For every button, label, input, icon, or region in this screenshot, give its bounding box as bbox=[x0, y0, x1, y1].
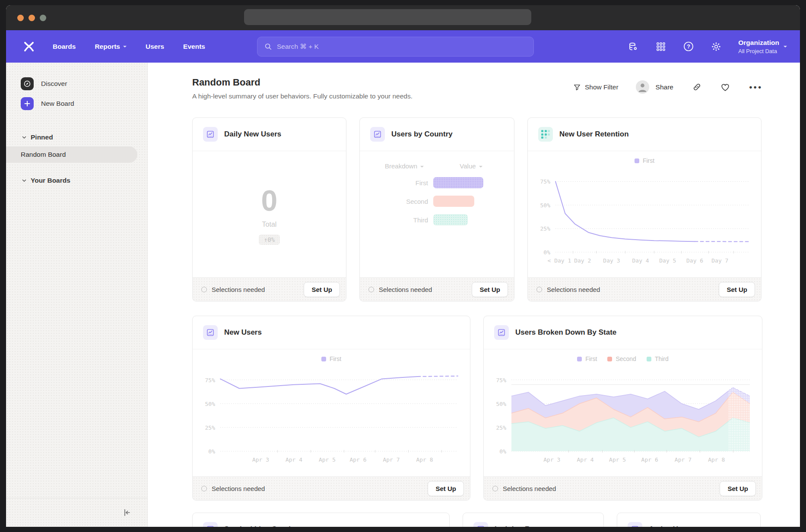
org-name: Organization bbox=[738, 39, 779, 47]
card-title: Insights Report bbox=[495, 525, 549, 527]
card-title: Daily New Users bbox=[224, 130, 281, 139]
filter-funnel-icon bbox=[573, 83, 581, 91]
card-daily-new-users: Daily New Users 0 Total ↑0% Selections n… bbox=[192, 117, 346, 301]
window-minimize-button[interactable] bbox=[29, 15, 35, 21]
svg-text:?: ? bbox=[687, 44, 690, 50]
window-titlebar bbox=[6, 5, 800, 30]
card-active-users: Active Users bbox=[617, 513, 761, 527]
set-up-button[interactable]: Set Up bbox=[720, 481, 756, 496]
country-breakdown-body: Breakdown Value First Second bbox=[360, 151, 514, 277]
page-subtitle: A high-level summary of user behaviors. … bbox=[192, 92, 413, 100]
retention-chart: First 75%50%25%0%< Day 1Day 2Day 3Day 4D… bbox=[528, 151, 761, 277]
nav-item-boards[interactable]: Boards bbox=[53, 43, 76, 51]
sidebar-new-board-button[interactable]: New Board bbox=[6, 94, 147, 114]
sidebar-footer bbox=[6, 498, 147, 527]
card-insights-report: Insights Report bbox=[463, 513, 604, 527]
nav-item-reports[interactable]: Reports bbox=[95, 43, 127, 51]
search-input[interactable]: Search ⌘ + K bbox=[257, 37, 534, 57]
set-up-button[interactable]: Set Up bbox=[472, 282, 508, 297]
chevron-down-icon bbox=[22, 178, 27, 183]
card-title: New Users bbox=[224, 328, 262, 337]
card-title: Users by Country bbox=[391, 130, 453, 139]
insights-chart-icon bbox=[203, 522, 218, 527]
sidebar-item-discover[interactable]: Discover bbox=[6, 74, 147, 94]
share-button[interactable]: Share bbox=[656, 83, 673, 91]
card-new-user-retention: New User Retention First 75%50%25%0%< Da… bbox=[527, 117, 762, 301]
search-icon bbox=[264, 43, 272, 51]
browser-window: Boards Reports Users Events Search ⌘ + K bbox=[6, 5, 800, 527]
avatar[interactable] bbox=[636, 80, 649, 94]
chevron-down-icon bbox=[22, 135, 27, 140]
card-users-by-state: Users Broken Down By State FirstSecondTh… bbox=[483, 316, 762, 500]
insights-chart-icon bbox=[203, 127, 218, 142]
new-users-chart: First 75%50%25%0%Apr 3Apr 4Apr 5Apr 6Apr… bbox=[193, 349, 470, 476]
collapse-sidebar-button[interactable] bbox=[122, 508, 132, 517]
insights-chart-icon bbox=[473, 522, 488, 527]
data-management-icon[interactable] bbox=[628, 41, 639, 52]
country-row: Third bbox=[360, 214, 514, 225]
set-up-button[interactable]: Set Up bbox=[304, 282, 340, 297]
board-main: Random Board A high-level summary of use… bbox=[148, 63, 800, 527]
metric-body: 0 Total ↑0% bbox=[193, 151, 346, 277]
value-dropdown[interactable]: Value bbox=[438, 162, 504, 170]
window-zoom-button[interactable] bbox=[40, 15, 46, 21]
chart-legend: FirstSecondThird bbox=[484, 355, 762, 362]
selections-needed-status: Selections needed bbox=[368, 286, 432, 293]
chevron-down-icon bbox=[420, 166, 424, 169]
more-options-button[interactable]: ●●● bbox=[749, 84, 762, 90]
sidebar-section-pinned[interactable]: Pinned bbox=[6, 131, 147, 144]
bar-third bbox=[433, 214, 468, 225]
nav-items: Boards Reports Users Events bbox=[53, 43, 205, 51]
mixpanel-logo-icon[interactable] bbox=[22, 39, 36, 54]
favorite-heart-icon[interactable] bbox=[720, 82, 730, 92]
show-filter-button[interactable]: Show Filter bbox=[573, 83, 619, 91]
discover-compass-icon bbox=[21, 77, 34, 90]
insights-chart-icon bbox=[370, 127, 385, 142]
navbar-right: ? Organization All Project Data bbox=[628, 39, 787, 54]
chevron-down-icon bbox=[479, 166, 482, 169]
browser-url-bar[interactable] bbox=[244, 9, 531, 25]
radio-circle-icon bbox=[201, 486, 207, 491]
breakdown-dropdown[interactable]: Breakdown bbox=[370, 162, 438, 170]
top-navbar: Boards Reports Users Events Search ⌘ + K bbox=[6, 30, 800, 63]
chart-legend: First bbox=[193, 355, 470, 362]
chevron-down-icon bbox=[784, 46, 787, 49]
insights-chart-icon bbox=[494, 325, 509, 340]
insights-chart-icon bbox=[203, 325, 218, 340]
metric-label: Total bbox=[262, 221, 277, 228]
search-placeholder: Search ⌘ + K bbox=[277, 43, 319, 51]
chart-legend: First bbox=[528, 157, 761, 164]
sidebar-section-your-boards[interactable]: Your Boards bbox=[6, 174, 147, 187]
app-grid-icon[interactable] bbox=[655, 41, 666, 52]
traffic-lights bbox=[17, 15, 46, 21]
metric-delta-badge: ↑0% bbox=[259, 234, 280, 245]
card-title: Active Users bbox=[649, 525, 693, 527]
set-up-button[interactable]: Set Up bbox=[719, 282, 755, 297]
card-title: Stacked Line Graph bbox=[224, 525, 293, 527]
retention-line-chart: 75%50%25%0%< Day 1Day 2Day 3Day 4Day 5Da… bbox=[555, 169, 749, 252]
help-icon[interactable]: ? bbox=[683, 41, 694, 52]
metric-value: 0 bbox=[261, 184, 278, 217]
nav-item-events[interactable]: Events bbox=[183, 43, 205, 51]
org-switcher[interactable]: Organization All Project Data bbox=[738, 39, 787, 54]
card-new-users: New Users First 75%50%25%0%Apr 3Apr 4Apr… bbox=[192, 316, 470, 500]
plus-icon bbox=[21, 97, 34, 110]
window-close-button[interactable] bbox=[17, 15, 24, 21]
selections-needed-status: Selections needed bbox=[201, 286, 265, 293]
org-project: All Project Data bbox=[738, 48, 779, 54]
bar-first bbox=[433, 177, 483, 188]
card-title: New User Retention bbox=[559, 130, 629, 139]
radio-circle-icon bbox=[536, 287, 542, 292]
sidebar-item-random-board[interactable]: Random Board bbox=[6, 146, 137, 163]
set-up-button[interactable]: Set Up bbox=[428, 481, 464, 496]
country-row: Second bbox=[360, 196, 514, 207]
card-stacked-line-graph: Stacked Line Graph bbox=[192, 513, 450, 527]
settings-gear-icon[interactable] bbox=[711, 41, 722, 52]
chevron-down-icon bbox=[123, 46, 127, 49]
copy-link-icon[interactable] bbox=[692, 82, 701, 92]
selections-needed-status: Selections needed bbox=[536, 286, 600, 293]
nav-item-users[interactable]: Users bbox=[146, 43, 164, 51]
selections-needed-status: Selections needed bbox=[201, 485, 265, 492]
page-title: Random Board bbox=[192, 77, 413, 88]
selections-needed-status: Selections needed bbox=[492, 485, 556, 492]
